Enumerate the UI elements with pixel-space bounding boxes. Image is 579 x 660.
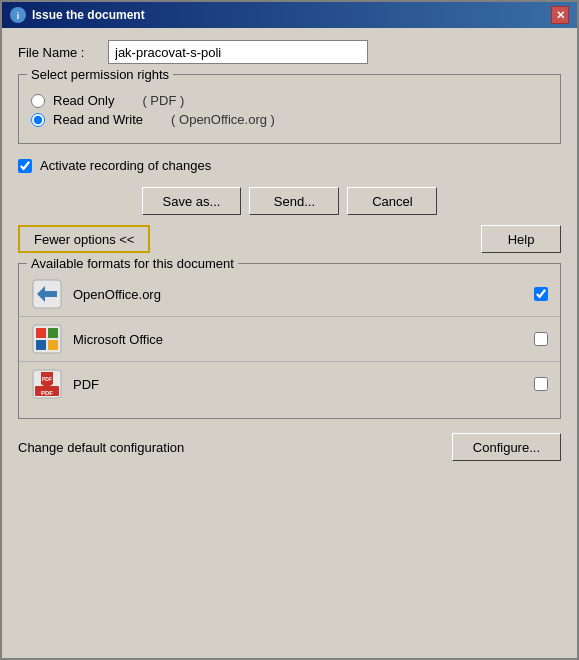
- save-as-button[interactable]: Save as...: [142, 187, 242, 215]
- format-pdf-name: PDF: [73, 377, 524, 392]
- dialog-icon: i: [10, 7, 26, 23]
- close-button[interactable]: ✕: [551, 6, 569, 24]
- format-item-oo: OpenOffice.org: [19, 272, 560, 317]
- format-oo-checkbox[interactable]: [534, 287, 548, 301]
- radio-read-only-label[interactable]: Read Only: [53, 93, 114, 108]
- change-default-label: Change default configuration: [18, 440, 184, 455]
- radio-read-only[interactable]: [31, 94, 45, 108]
- ms-icon: [31, 323, 63, 355]
- activate-recording-checkbox[interactable]: [18, 159, 32, 173]
- help-button[interactable]: Help: [481, 225, 561, 253]
- activate-recording-row: Activate recording of changes: [18, 158, 561, 173]
- svg-rect-8: [48, 328, 58, 338]
- format-item-pdf: PDF PDF PDF: [19, 362, 560, 406]
- radio-read-write-format: ( OpenOffice.org ): [171, 112, 275, 127]
- oo-icon: [31, 278, 63, 310]
- svg-text:PDF: PDF: [42, 376, 52, 382]
- permissions-group-title: Select permission rights: [27, 67, 173, 82]
- format-ms-checkbox[interactable]: [534, 332, 548, 346]
- svg-rect-7: [36, 328, 46, 338]
- configure-button[interactable]: Configure...: [452, 433, 561, 461]
- send-button[interactable]: Send...: [249, 187, 339, 215]
- bottom-row: Change default configuration Configure..…: [18, 433, 561, 461]
- cancel-button[interactable]: Cancel: [347, 187, 437, 215]
- title-bar-left: i Issue the document: [10, 7, 145, 23]
- formats-group: Available formats for this document Open…: [18, 263, 561, 419]
- dialog-body: File Name : Select permission rights Rea…: [2, 28, 577, 658]
- permissions-group: Select permission rights Read Only ( PDF…: [18, 74, 561, 144]
- svg-rect-9: [36, 340, 46, 350]
- svg-text:PDF: PDF: [41, 390, 53, 396]
- svg-text:i: i: [17, 11, 20, 21]
- fewer-options-button[interactable]: Fewer options <<: [18, 225, 150, 253]
- radio-read-only-format: ( PDF ): [142, 93, 184, 108]
- file-name-label: File Name :: [18, 45, 98, 60]
- radio-read-write[interactable]: [31, 113, 45, 127]
- svg-rect-10: [48, 340, 58, 350]
- radio-row-readonly: Read Only ( PDF ): [31, 93, 548, 108]
- activate-recording-label[interactable]: Activate recording of changes: [40, 158, 211, 173]
- dialog-window: i Issue the document ✕ File Name : Selec…: [0, 0, 579, 660]
- title-bar: i Issue the document ✕: [2, 2, 577, 28]
- radio-row-readwrite: Read and Write ( OpenOffice.org ): [31, 112, 548, 127]
- formats-group-title: Available formats for this document: [27, 256, 238, 271]
- main-button-row: Save as... Send... Cancel: [18, 187, 561, 215]
- file-name-input[interactable]: [108, 40, 368, 64]
- pdf-icon: PDF PDF: [31, 368, 63, 400]
- radio-read-write-label[interactable]: Read and Write: [53, 112, 143, 127]
- format-pdf-checkbox[interactable]: [534, 377, 548, 391]
- format-oo-name: OpenOffice.org: [73, 287, 524, 302]
- options-row: Fewer options << Help: [18, 225, 561, 253]
- file-name-row: File Name :: [18, 40, 561, 64]
- format-item-ms: Microsoft Office: [19, 317, 560, 362]
- format-ms-name: Microsoft Office: [73, 332, 524, 347]
- dialog-title: Issue the document: [32, 8, 145, 22]
